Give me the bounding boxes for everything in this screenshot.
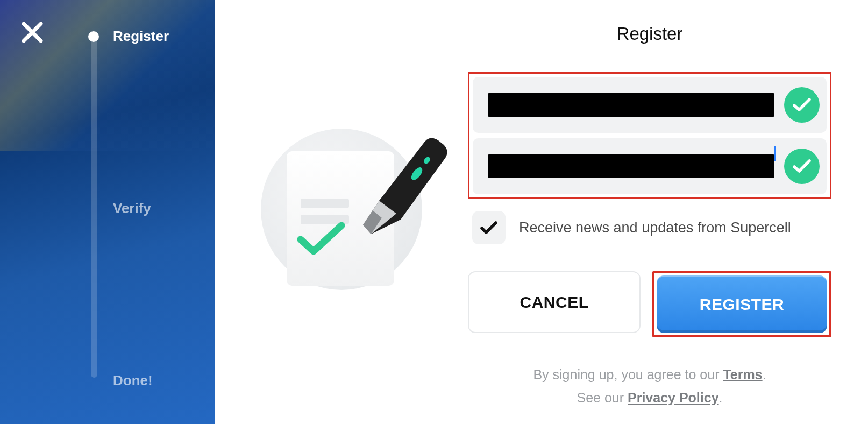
close-button[interactable] xyxy=(18,18,46,46)
stepper-label: Verify xyxy=(113,200,151,217)
pen-icon xyxy=(341,131,449,238)
confirm-email-input-redacted[interactable] xyxy=(488,154,774,178)
confirm-email-field[interactable] xyxy=(473,138,827,194)
stepper-dot xyxy=(86,201,101,216)
register-illustration xyxy=(255,123,428,295)
newsletter-checkbox-row: Receive news and updates from Supercell xyxy=(468,211,831,244)
email-field[interactable] xyxy=(473,77,827,133)
privacy-link[interactable]: Privacy Policy xyxy=(628,390,719,405)
register-highlight-annotation: REGISTER xyxy=(652,271,831,337)
stepper-dot xyxy=(86,373,101,388)
email-input-redacted[interactable] xyxy=(488,93,774,117)
legal-text: By signing up, you agree to our Terms. S… xyxy=(468,363,831,409)
newsletter-label: Receive news and updates from Supercell xyxy=(519,220,791,236)
valid-icon xyxy=(784,149,820,184)
main-panel: Register Receive news and updates from S… xyxy=(215,0,868,424)
close-icon xyxy=(18,18,46,46)
input-highlight-annotation xyxy=(468,72,831,199)
stepper-item-verify: Verify xyxy=(86,200,151,217)
stepper-item-done: Done! xyxy=(86,372,153,389)
illustration-column xyxy=(215,24,468,295)
terms-link[interactable]: Terms xyxy=(723,367,762,382)
checkmark-icon xyxy=(297,220,345,258)
progress-sidebar: Register Verify Done! xyxy=(0,0,215,424)
button-row: CANCEL REGISTER xyxy=(468,271,831,337)
stepper-label: Done! xyxy=(113,372,153,389)
page-title: Register xyxy=(468,24,831,44)
stepper-label: Register xyxy=(113,28,169,45)
stepper-item-register: Register xyxy=(86,28,169,45)
newsletter-checkbox[interactable] xyxy=(472,211,506,244)
register-button[interactable]: REGISTER xyxy=(657,275,827,333)
stepper-dot-active xyxy=(88,31,99,42)
valid-icon xyxy=(784,87,820,123)
check-icon xyxy=(480,220,498,235)
cancel-button[interactable]: CANCEL xyxy=(468,271,641,333)
form-column: Register Receive news and updates from S… xyxy=(468,24,868,409)
